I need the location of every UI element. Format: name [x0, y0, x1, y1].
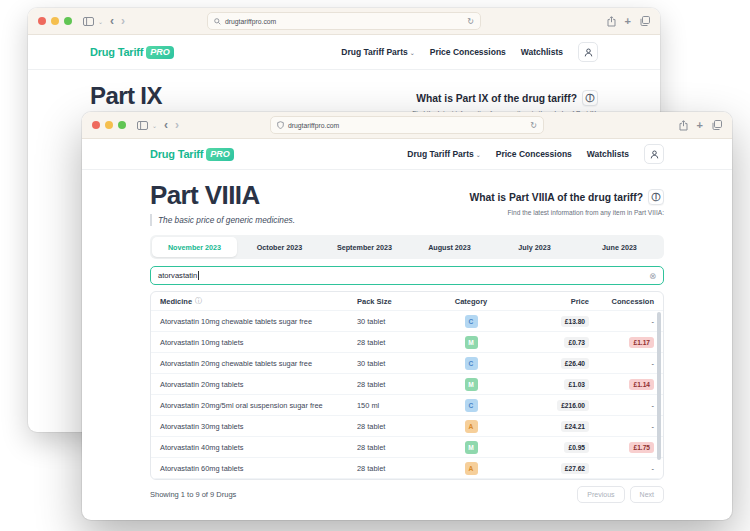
user-account-button[interactable]: [578, 42, 598, 62]
table-row[interactable]: Atorvastatin 30mg tablets28 tabletA£24.2…: [151, 415, 663, 436]
tab-august-2023[interactable]: August 2023: [407, 237, 492, 257]
nav-drug-tariff-parts[interactable]: Drug Tariff Parts ⌄: [407, 149, 480, 159]
chevron-down-icon: ⌄: [476, 151, 481, 158]
share-icon[interactable]: [607, 16, 616, 27]
category-badge: M: [465, 336, 478, 349]
category-badge: C: [465, 399, 478, 412]
chevron-down-icon[interactable]: ⌄: [152, 122, 157, 129]
nav-price-concessions[interactable]: Price Concessions: [496, 149, 572, 159]
tab-june-2023[interactable]: June 2023: [577, 237, 662, 257]
table-scrollbar[interactable]: [657, 312, 661, 460]
browser-window-part-viiia: ⌄ ‹ › drugtariffpro.com ↻ + Drug Tariff …: [82, 112, 732, 520]
concession-cell: £1.17: [598, 337, 663, 349]
back-icon[interactable]: ‹: [110, 14, 114, 28]
brand-logo[interactable]: Drug Tariff PRO: [90, 46, 174, 59]
url-bar[interactable]: drugtariffpro.com ↻: [207, 12, 481, 30]
table-row[interactable]: Atorvastatin 80mg tablets28 tabletM£1.35…: [151, 478, 663, 480]
concession-cell: -: [598, 317, 663, 326]
reload-icon[interactable]: ↻: [530, 121, 537, 130]
new-tab-icon[interactable]: +: [625, 15, 631, 27]
medicine-cell: Atorvastatin 20mg/5ml oral suspension su…: [151, 401, 357, 410]
nav-price-concessions[interactable]: Price Concessions: [430, 47, 506, 57]
tab-overview-icon[interactable]: [640, 16, 650, 26]
traffic-light[interactable]: [92, 121, 100, 129]
brand-name: Drug Tariff: [150, 148, 203, 160]
traffic-light[interactable]: [118, 121, 126, 129]
forward-icon[interactable]: ›: [175, 118, 179, 132]
brand-name: Drug Tariff: [90, 46, 143, 58]
medicine-cell: Atorvastatin 10mg chewable tablets sugar…: [151, 317, 357, 326]
header-concession: Concession: [598, 297, 663, 306]
new-tab-icon[interactable]: +: [697, 119, 703, 131]
reload-icon[interactable]: ↻: [467, 17, 474, 26]
category-cell: M: [450, 441, 492, 454]
price-cell: £0.73: [492, 337, 598, 349]
share-icon[interactable]: [679, 120, 688, 131]
tab-november-2023[interactable]: November 2023: [152, 237, 237, 257]
url-bar[interactable]: drugtariffpro.com ↻: [270, 116, 544, 134]
previous-button[interactable]: Previous: [577, 486, 624, 503]
tab-overview-icon[interactable]: [712, 120, 722, 130]
next-button[interactable]: Next: [630, 486, 664, 503]
no-concession-dash: -: [652, 422, 654, 431]
table-row[interactable]: Atorvastatin 40mg tablets28 tabletM£0.95…: [151, 436, 663, 457]
clear-search-icon[interactable]: ⊗: [649, 271, 656, 281]
user-account-button[interactable]: [644, 144, 664, 164]
price-badge: £27.62: [561, 463, 589, 475]
table-row[interactable]: Atorvastatin 10mg tablets28 tabletM£0.73…: [151, 331, 663, 352]
medicine-cell: Atorvastatin 10mg tablets: [151, 338, 357, 347]
traffic-light[interactable]: [38, 17, 46, 25]
pack-size-cell: 28 tablet: [357, 338, 450, 347]
table-row[interactable]: Atorvastatin 60mg tablets28 tabletA£27.6…: [151, 457, 663, 478]
concession-cell: £1.75: [598, 442, 663, 454]
info-icon[interactable]: ⓘ: [195, 296, 202, 306]
sidebar-icon[interactable]: [137, 121, 148, 130]
page-title: Part IX: [90, 83, 356, 108]
shield-icon: [277, 121, 284, 129]
category-cell: A: [450, 462, 492, 475]
pack-size-cell: 150 ml: [357, 401, 450, 410]
traffic-light[interactable]: [64, 17, 72, 25]
results-summary: Showing 1 to 9 of 9 Drugs: [150, 490, 236, 499]
traffic-light[interactable]: [105, 121, 113, 129]
concession-cell: -: [598, 359, 663, 368]
no-concession-dash: -: [652, 464, 654, 473]
header-category: Category: [450, 297, 492, 306]
chevron-down-icon[interactable]: ⌄: [98, 18, 103, 25]
price-badge: £0.95: [564, 442, 589, 454]
nav-watchlists[interactable]: Watchlists: [587, 149, 629, 159]
browser-chrome: ⌄ ‹ › drugtariffpro.com ↻ +: [82, 112, 732, 139]
nav-watchlists[interactable]: Watchlists: [521, 47, 563, 57]
price-cell: £13.80: [492, 316, 598, 328]
table-footer: Showing 1 to 9 of 9 Drugs Previous Next: [150, 486, 664, 503]
tab-september-2023[interactable]: September 2023: [322, 237, 407, 257]
tab-october-2023[interactable]: October 2023: [237, 237, 322, 257]
pack-size-cell: 28 tablet: [357, 380, 450, 389]
table-row[interactable]: Atorvastatin 20mg tablets28 tabletM£1.03…: [151, 373, 663, 394]
sidebar-icon[interactable]: [83, 17, 94, 26]
back-icon[interactable]: ‹: [164, 118, 168, 132]
text-caret: [198, 271, 199, 280]
table-row[interactable]: Atorvastatin 10mg chewable tablets sugar…: [151, 310, 663, 331]
brand-badge: PRO: [206, 148, 234, 161]
nav-drug-tariff-parts[interactable]: Drug Tariff Parts ⌄: [341, 47, 414, 57]
brand-logo[interactable]: Drug Tariff PRO: [150, 148, 234, 161]
traffic-lights[interactable]: [38, 17, 72, 25]
price-badge: £13.80: [561, 316, 589, 328]
table-row[interactable]: Atorvastatin 20mg/5ml oral suspension su…: [151, 394, 663, 415]
price-badge: £0.73: [564, 337, 589, 349]
info-question: What is Part IX of the drug tariff?: [416, 93, 577, 104]
forward-icon[interactable]: ›: [121, 14, 125, 28]
search-input[interactable]: atorvastatin ⊗: [150, 266, 664, 285]
chevron-down-icon: ⌄: [410, 49, 415, 56]
tab-july-2023[interactable]: July 2023: [492, 237, 577, 257]
category-cell: C: [450, 399, 492, 412]
info-icon[interactable]: ⓘ: [582, 90, 598, 106]
price-cell: £24.21: [492, 421, 598, 433]
pack-size-cell: 28 tablet: [357, 464, 450, 473]
traffic-lights[interactable]: [92, 121, 126, 129]
info-icon[interactable]: ⓘ: [648, 189, 664, 205]
traffic-light[interactable]: [51, 17, 59, 25]
category-badge: C: [465, 315, 478, 328]
table-row[interactable]: Atorvastatin 20mg chewable tablets sugar…: [151, 352, 663, 373]
